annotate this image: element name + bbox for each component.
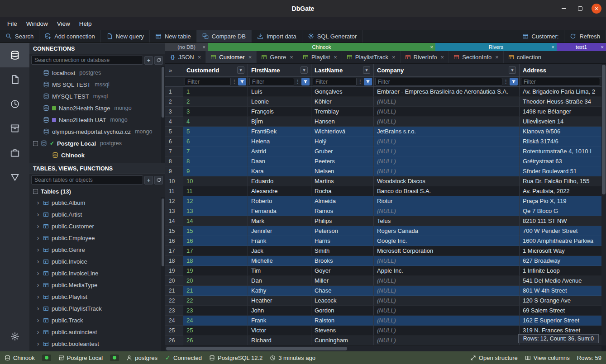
status-postgres[interactable]: postgres — [126, 355, 157, 361]
filter-input-company[interactable] — [375, 78, 502, 85]
tab-json[interactable]: {}JSON× — [165, 51, 206, 63]
cell[interactable]: Hansen — [311, 117, 374, 127]
cell[interactable]: 22 — [183, 296, 248, 306]
cell[interactable]: Sřnder Boulevard 51 — [520, 166, 601, 176]
add-object-button[interactable]: + — [144, 176, 153, 184]
cell[interactable]: 5 — [183, 127, 248, 137]
table-item-public-track[interactable]: ›public.Track — [29, 314, 165, 326]
table-item-public-artist[interactable]: ›public.Artist — [29, 208, 165, 220]
objects-search-input[interactable] — [31, 175, 143, 184]
vertical-scrollbar-thumb[interactable] — [602, 65, 606, 194]
cell[interactable]: 700 W Pender Street — [520, 226, 601, 236]
row-number[interactable]: 11 — [165, 186, 183, 196]
horizontal-scrollbar[interactable] — [165, 345, 601, 351]
table-row[interactable]: 2424FrankRalston(NULL)162 E Superior Str… — [165, 316, 601, 326]
cell[interactable]: Michelle — [248, 256, 311, 266]
table-row[interactable]: 2222HeatherLeacock(NULL)120 S Orange Ave — [165, 296, 601, 306]
chevron-right-icon[interactable]: › — [36, 246, 40, 253]
table-row[interactable]: 2020DanMiller(NULL)541 Del Medio Avenue — [165, 276, 601, 286]
cell[interactable]: 120 S Orange Ave — [520, 296, 601, 306]
connection-item-postgre-local[interactable]: −✓Postgre Localpostgres — [29, 137, 165, 149]
row-number[interactable]: 10 — [165, 176, 183, 186]
row-number[interactable]: 21 — [165, 286, 183, 296]
cell[interactable]: 24 — [183, 316, 248, 326]
filter-input-customerid[interactable] — [185, 78, 231, 85]
cell[interactable]: Brooks — [311, 256, 374, 266]
column-header-company[interactable]: Company▾ — [374, 64, 520, 76]
cell[interactable]: 20 — [183, 276, 248, 286]
row-number[interactable]: 23 — [165, 306, 183, 316]
row-number[interactable]: 5 — [165, 127, 183, 137]
tab-collection[interactable]: collection — [504, 51, 546, 63]
cell[interactable]: Victor — [248, 326, 311, 336]
status-connected[interactable]: ✓Connected — [165, 355, 202, 361]
close-button[interactable]: × — [592, 4, 601, 14]
status-view-columns[interactable]: View columns — [525, 355, 570, 361]
column-dropdown-icon[interactable]: ▾ — [237, 66, 244, 74]
table-row[interactable]: 1111AlexandreRochaBanco do Brasil S.A.Av… — [165, 186, 601, 196]
connection-item-ms-sql-test[interactable]: MS SQL TESTmssql — [29, 79, 165, 90]
table-row[interactable]: 99KaraNielsen(NULL)Sřnder Boulevard 51 — [165, 166, 601, 176]
filter-menu-icon[interactable]: ⋮ — [295, 79, 301, 85]
cell[interactable]: 627 Broadway — [520, 256, 601, 266]
cell[interactable]: (NULL) — [374, 306, 520, 316]
cell[interactable]: Gonçalves — [311, 87, 374, 97]
cell[interactable]: François — [248, 107, 311, 117]
cell[interactable]: Frank — [248, 236, 311, 246]
cell[interactable]: 8 — [183, 156, 248, 166]
tab-customer[interactable]: Customer× — [206, 51, 257, 63]
row-number[interactable]: 4 — [165, 117, 183, 127]
cell[interactable]: 7 — [183, 147, 248, 156]
table-row[interactable]: 88DaanPeeters(NULL)Grétrystraat 63 — [165, 156, 601, 166]
cell[interactable]: 1 Microsoft Way — [520, 246, 601, 256]
row-number[interactable]: 1 — [165, 87, 183, 97]
filter-funnel-button[interactable] — [238, 78, 246, 85]
chevron-right-icon[interactable]: › — [36, 329, 40, 335]
tab-close-icon[interactable]: × — [392, 54, 396, 61]
chevron-right-icon[interactable]: › — [36, 199, 40, 206]
cell[interactable]: Köhler — [311, 97, 374, 107]
cell[interactable]: 801 W 4th Street — [520, 286, 601, 296]
cell[interactable]: Jack — [248, 246, 311, 256]
cell[interactable]: Martins — [311, 176, 374, 186]
cell[interactable]: 14 — [183, 216, 248, 226]
cell[interactable]: Daan — [248, 156, 311, 166]
cell[interactable]: JetBrains s.r.o. — [374, 127, 520, 137]
tab-sectioninfo[interactable]: SectionInfo× — [449, 51, 504, 63]
cell[interactable]: Gordon — [311, 306, 374, 316]
grid-corner-expand[interactable]: » — [165, 64, 183, 76]
row-number[interactable]: 25 — [165, 326, 183, 336]
cell[interactable]: Ramos — [311, 206, 374, 216]
cell[interactable]: Harris — [311, 236, 374, 246]
cell[interactable]: Kara — [248, 166, 311, 176]
activity-files[interactable] — [0, 67, 29, 92]
cell[interactable]: Rilská 3174/6 — [520, 137, 601, 147]
cell[interactable]: Richard — [248, 336, 311, 345]
filter-funnel-button[interactable] — [510, 78, 518, 85]
row-number[interactable]: 20 — [165, 276, 183, 286]
cell[interactable]: Philips — [311, 216, 374, 226]
tab-close-icon[interactable]: × — [441, 54, 444, 61]
table-item-public-booleantest[interactable]: ›public.booleantest — [29, 338, 165, 350]
cell[interactable]: Ralston — [311, 316, 374, 326]
status-postgre-local[interactable]: Postgre Local — [58, 355, 103, 361]
table-row[interactable]: 2323JohnGordon(NULL)69 Salem Street — [165, 306, 601, 316]
cell[interactable]: Theodor-Heuss-Straße 34 — [520, 97, 601, 107]
toolbar-button-search[interactable]: Search — [0, 30, 39, 43]
row-number[interactable]: 19 — [165, 266, 183, 276]
table-row[interactable]: 33FrançoisTremblay(NULL)1498 rue Bélange… — [165, 107, 601, 117]
cell[interactable]: 23 — [183, 306, 248, 316]
filter-funnel-button[interactable] — [364, 78, 372, 85]
table-item-public-employee[interactable]: ›public.Employee — [29, 232, 165, 244]
tables-group-row[interactable]: − Tables (13) — [29, 186, 165, 197]
table-row[interactable]: 1818MichelleBrooks(NULL)627 Broadway — [165, 256, 601, 266]
cell[interactable]: Stevens — [311, 326, 374, 336]
cell[interactable]: 17 — [183, 246, 248, 256]
connection-item-chinook[interactable]: Chinook — [29, 149, 165, 161]
cell[interactable]: Frank — [248, 316, 311, 326]
cell[interactable]: Cunningham — [311, 336, 374, 345]
cell[interactable]: Rogers Canada — [374, 226, 520, 236]
collapse-tables-icon[interactable]: − — [33, 189, 38, 194]
table-item-public-genre[interactable]: ›public.Genre — [29, 244, 165, 255]
row-number[interactable]: 6 — [165, 137, 183, 147]
